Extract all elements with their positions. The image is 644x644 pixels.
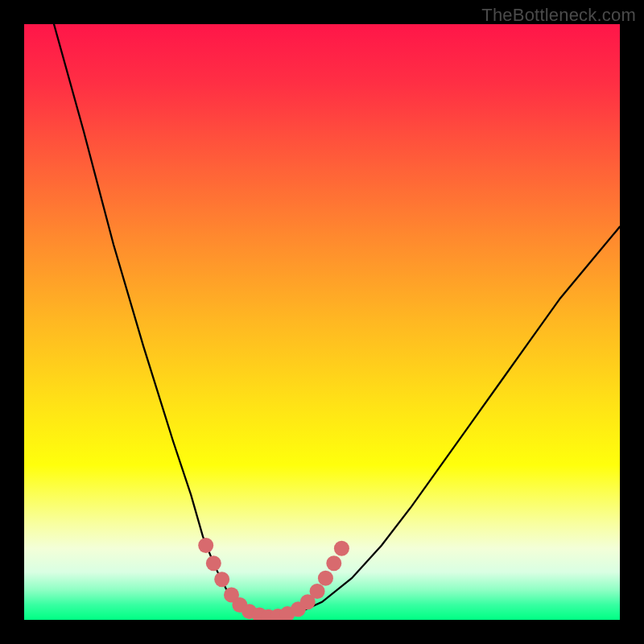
curve-marker: [334, 541, 349, 556]
plot-area: [24, 24, 620, 620]
curve-marker: [326, 555, 341, 571]
chart-svg: [24, 24, 620, 620]
marker-group: [198, 538, 349, 620]
curve-marker: [206, 555, 221, 571]
curve-marker: [310, 584, 325, 599]
chart-stage: TheBottleneck.com: [0, 0, 644, 644]
bottleneck-curve: [54, 24, 620, 618]
curve-marker: [198, 538, 213, 553]
curve-marker: [214, 572, 229, 587]
watermark-text: TheBottleneck.com: [481, 5, 636, 26]
curve-marker: [318, 571, 333, 586]
